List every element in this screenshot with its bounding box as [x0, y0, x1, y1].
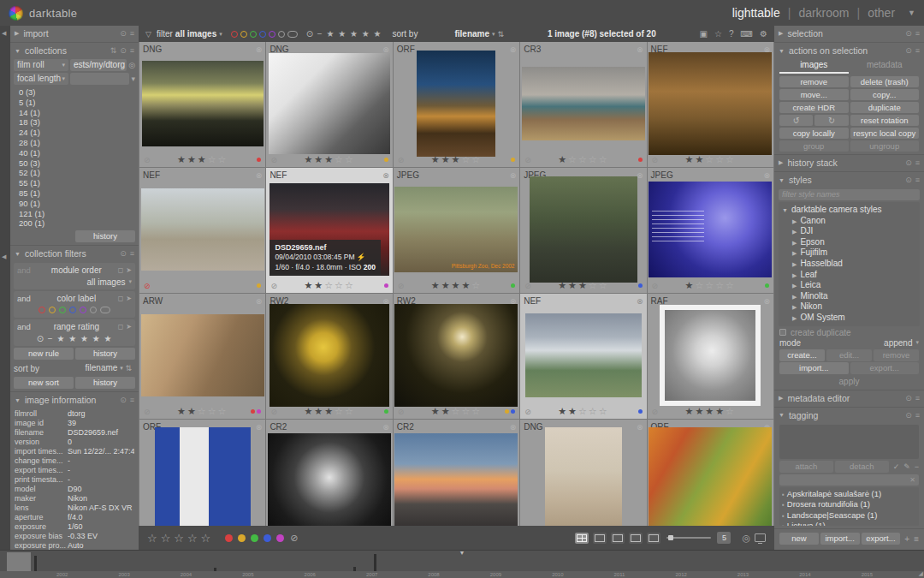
export-tags-button[interactable]: export...	[862, 533, 901, 545]
dropdown-icon[interactable]: ▾	[131, 74, 135, 83]
actions-module-header[interactable]: ▼ actions on selection ⊙≡	[774, 43, 924, 58]
collection-value-item[interactable]: 5 (1)	[19, 98, 135, 108]
filter-funnel-icon[interactable]: ▽	[145, 30, 151, 39]
group-icon[interactable]: ⊗	[256, 171, 263, 180]
style-tree-item[interactable]: ▶Leaf	[782, 270, 916, 281]
new-sort-button[interactable]: new sort	[14, 377, 74, 389]
zoom-level-value[interactable]: 5	[717, 532, 731, 544]
presets-icon[interactable]: ⊙	[905, 394, 912, 402]
thumbnail-photo[interactable]	[530, 176, 637, 283]
create-style-button[interactable]: create...	[779, 349, 825, 361]
thumbnail-cell[interactable]: DNG⊗⊘★★★☆☆	[139, 42, 265, 167]
color-label-icon[interactable]	[49, 307, 56, 313]
thumbnail-photo[interactable]	[545, 427, 622, 526]
menu-icon[interactable]: ≡	[130, 396, 134, 404]
expander-icon[interactable]: ▶	[792, 229, 797, 235]
expander-icon[interactable]: ▶	[792, 240, 797, 246]
collection-value-item[interactable]: 28 (1)	[19, 138, 135, 148]
collection-value-item[interactable]: 90 (1)	[19, 199, 135, 209]
color-label-icon[interactable]	[38, 307, 45, 313]
reject-icon[interactable]: ⊘	[270, 156, 282, 164]
rule-name[interactable]: range rating	[38, 322, 116, 331]
collection-value-input[interactable]: ests/my/dtorg	[70, 59, 127, 71]
sort-icon[interactable]: ⇅	[110, 46, 117, 55]
color-label-icon[interactable]	[69, 307, 76, 313]
style-tree-item[interactable]: ▶Fujifilm	[782, 247, 916, 259]
collection-value-item[interactable]: 24 (1)	[19, 128, 135, 138]
tag-edit-icon[interactable]: ✎	[903, 462, 910, 471]
thumbnail-cell[interactable]: ORF⊗⊘☆☆☆☆☆	[139, 420, 265, 526]
view-lighttable[interactable]: lighttable	[732, 6, 780, 20]
thumbnail-cell[interactable]: DNG⊗⊘☆☆☆☆☆	[520, 420, 646, 526]
reject-icon[interactable]: ⊘	[144, 156, 156, 164]
image-information-module-header[interactable]: ▼ image information ⊙≡	[10, 392, 139, 408]
thumbnail-photo[interactable]	[649, 52, 772, 155]
collapse-left-icon[interactable]: ◀	[2, 253, 6, 260]
collection-value-item[interactable]: 85 (1)	[19, 188, 135, 199]
color-label-apply-icon[interactable]	[251, 534, 258, 542]
tag-item[interactable]: ▪Lietuva (1)	[782, 521, 916, 526]
rule-options-icon[interactable]: ◻	[118, 295, 124, 302]
thumbnail-photo[interactable]	[417, 51, 495, 157]
rule-options-icon[interactable]: ◻	[118, 266, 124, 274]
thumbnail-cell[interactable]: CR2⊗⊘☆☆☆☆☆	[266, 420, 392, 526]
group-icon[interactable]: ⊗	[510, 171, 517, 180]
attached-tags-list[interactable]	[779, 425, 919, 459]
collection-property-select[interactable]: focal length▾	[14, 73, 68, 85]
clear-color-label-icon[interactable]: ⊘	[290, 533, 298, 544]
zoomable-view-button[interactable]	[593, 533, 607, 544]
grid-view-button[interactable]	[575, 533, 589, 544]
star-rating[interactable]: ★★★★☆	[410, 280, 503, 291]
sort-direction-icon[interactable]: ⇅	[498, 30, 505, 39]
tag-search-input[interactable]: ✕	[779, 474, 919, 486]
thumbnail-photo[interactable]	[649, 182, 772, 277]
thumbnail-cell[interactable]: RW2⊗⊘★★☆☆☆	[394, 294, 519, 419]
thumbnail-cell[interactable]: NEF⊗⊘★★☆☆☆	[520, 294, 646, 419]
color-label-all-icon[interactable]	[100, 307, 110, 313]
group-icon[interactable]: ⊗	[637, 423, 643, 432]
rating-apply-stars[interactable]: ☆☆☆☆☆	[147, 532, 214, 545]
expander-icon[interactable]: ▶	[779, 395, 783, 402]
presets-icon[interactable]: ⊙	[120, 249, 127, 258]
group-icon[interactable]: ⊗	[510, 45, 517, 54]
expander-icon[interactable]: ▶	[792, 283, 797, 289]
expander-icon[interactable]: ▶	[792, 272, 797, 278]
selection-module-header[interactable]: ▶ selection ⊙≡	[774, 26, 924, 41]
duplicate-button[interactable]: duplicate	[850, 102, 920, 113]
star-rating[interactable]: ★★☆☆☆	[156, 406, 249, 417]
ratings-overlay-icon[interactable]: ☆	[714, 29, 722, 39]
second-window-icon[interactable]	[755, 533, 766, 542]
tag-item[interactable]: ▪Drosera rotundifolia (1)	[782, 499, 916, 510]
star-rating[interactable]: ★★★☆☆	[282, 154, 376, 165]
rule-name[interactable]: color label	[38, 294, 116, 303]
star-rating[interactable]: ★★★☆☆	[156, 154, 249, 165]
menu-icon[interactable]: ≡	[915, 394, 920, 402]
clear-icon[interactable]: ✕	[909, 476, 915, 484]
views-dropdown-icon[interactable]: ▼	[908, 9, 915, 17]
new-tag-button[interactable]: new	[779, 533, 819, 545]
thumbnail-photo[interactable]	[394, 433, 518, 526]
left-panel-collapse-strip[interactable]: ◀ ◀	[0, 26, 10, 550]
color-label-apply-icon[interactable]	[264, 534, 271, 542]
thumbnail-photo[interactable]	[155, 427, 251, 526]
rule-pin-icon[interactable]: ➤	[126, 266, 132, 274]
star-rating[interactable]: ★★★★☆	[664, 406, 757, 417]
expander-icon[interactable]: ▶	[792, 218, 797, 224]
rotate-cw-button[interactable]: ↻	[814, 115, 848, 126]
group-icon[interactable]: ⊗	[256, 297, 263, 306]
preview-button[interactable]	[647, 533, 660, 544]
thumbnail-photo[interactable]	[141, 188, 264, 271]
color-label-all-icon[interactable]	[287, 31, 298, 38]
culling-dynamic-button[interactable]	[629, 533, 643, 544]
thumbnail-photo[interactable]	[268, 433, 391, 526]
history-stack-module-header[interactable]: ▶ history stack ⊙≡	[774, 155, 924, 170]
create-duplicate-option[interactable]: create duplicate	[774, 326, 924, 337]
reject-icon[interactable]: ⊘	[524, 282, 536, 290]
expander-icon[interactable]: ▶	[792, 304, 797, 310]
rule-value-select[interactable]: all images	[86, 277, 125, 287]
presets-icon[interactable]: ⊙	[905, 411, 912, 420]
group-icon[interactable]: ⊗	[637, 45, 643, 54]
timeline-collapse-icon[interactable]: ▼	[459, 550, 465, 556]
group-icon[interactable]: ⊗	[256, 45, 263, 54]
ungroup-button[interactable]: ungroup	[850, 140, 920, 152]
